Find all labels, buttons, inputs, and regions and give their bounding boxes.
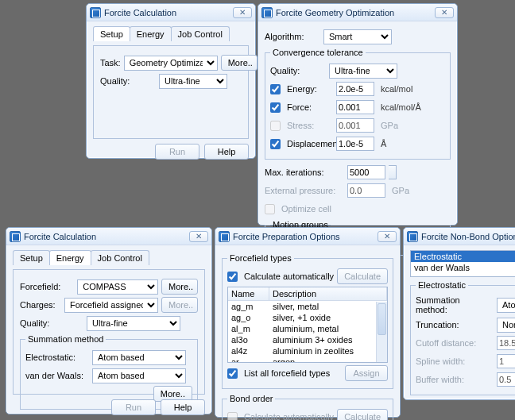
app-icon [219,231,230,242]
list-item-vdw[interactable]: van der Waals [411,262,515,273]
forcefield-label: Forcefield: [20,282,74,291]
app-icon [10,231,21,242]
titlebar[interactable]: Forcite Calculation ✕ [6,228,211,245]
truncation-select[interactable]: None [497,318,515,333]
task-more-button[interactable]: More.. [221,55,258,71]
summation-method-label: Summation method: [416,295,494,314]
displacement-checkbox[interactable] [270,139,281,149]
tabs: Setup Energy Job Control [13,250,205,265]
table-row[interactable]: arargon [228,356,387,363]
titlebar[interactable]: Forcite Geometry Optimization ✕ [258,4,457,21]
run-button[interactable]: Run [111,399,156,415]
help-button[interactable]: Help [204,144,249,160]
energy-input[interactable] [336,82,374,96]
cell-name: al_m [228,323,269,334]
tab-energy[interactable]: Energy [49,250,91,265]
stress-label: Stress: [287,121,333,130]
bo-calc-auto-checkbox [227,412,238,421]
displacement-input[interactable] [336,137,374,151]
forcefield-types-table[interactable]: Name Description ag_msilver, metalag_osi… [227,287,388,363]
forcite-geometry-optimization-dialog: Forcite Geometry Optimization ✕ Algorith… [258,3,458,225]
quality-select[interactable]: Ultra-fine [329,64,397,79]
force-checkbox[interactable] [270,102,281,113]
tab-energy[interactable]: Energy [130,26,172,41]
fft-calc-auto-checkbox[interactable] [227,272,238,282]
quality-select[interactable]: Ultra-fine [87,316,180,331]
vdw-select[interactable]: Atom based [92,368,186,383]
table-row[interactable]: al4zaluminium in zeolites [228,345,387,356]
list-all-checkbox[interactable] [227,368,238,379]
method-listbox[interactable]: Electrostatic van der Waals [410,250,515,277]
stress-unit: GPa [381,121,398,130]
table-row[interactable]: al3oaluminium 3+ oxides [228,334,387,345]
max-iterations-input[interactable] [347,165,385,179]
table-row[interactable]: ag_msilver, metal [228,301,387,312]
charges-more-button: More.. [161,297,198,313]
app-icon [90,7,101,18]
window-title: Forcite Non-Bond Options [421,232,515,241]
convergence-fieldset: Convergence tolerance Quality: Ultra-fin… [265,48,451,160]
force-input[interactable] [336,100,374,114]
electrostatic-select[interactable]: Atom based [92,350,186,365]
electrostatic-legend: Electrostatic [416,280,468,290]
scrollbar-thumb[interactable] [378,303,386,335]
list-item-electrostatic[interactable]: Electrostatic [411,251,515,262]
bond-order-fieldset: Bond order Calculate automatically Calcu… [222,394,393,420]
forcefield-types-fieldset: Forcefield types Calculate automatically… [222,253,393,389]
optimize-cell-checkbox [265,204,275,214]
stress-input [336,118,374,133]
titlebar[interactable]: Forcite Calculation ✕ [87,4,255,21]
displacement-unit: Å [381,139,386,148]
buffer-input [497,372,515,387]
titlebar[interactable]: Forcite Preparation Options ✕ [215,228,400,245]
close-icon[interactable]: ✕ [189,231,208,242]
tab-job-control[interactable]: Job Control [91,250,149,265]
forcite-calc-setup-dialog: Forcite Calculation ✕ Setup Energy Job C… [86,3,256,159]
summation-fieldset: Summation method Electrostatic: Atom bas… [20,334,198,410]
force-label: Force: [287,102,333,112]
energy-checkbox[interactable] [270,84,281,94]
calculate-button: Calculate [337,268,388,284]
column-name[interactable]: Name [228,287,269,300]
forcefield-select[interactable]: COMPASS [77,279,158,295]
forcefield-more-button[interactable]: More.. [161,279,198,295]
external-pressure-unit: GPa [392,186,409,195]
cell-desc: aluminium 3+ oxides [269,334,387,345]
column-description[interactable]: Description [269,287,387,300]
tab-job-control[interactable]: Job Control [171,26,230,41]
cell-desc: aluminium in zeolites [269,345,387,356]
close-icon[interactable]: ✕ [233,7,252,18]
tabs: Setup Energy Job Control [93,26,249,41]
spinner-icon[interactable] [389,165,397,179]
algorithm-select[interactable]: Smart [323,29,392,44]
quality-label: Quality: [20,318,83,328]
electrostatic-fieldset: Electrostatic Summation method: Atom bas… [410,280,515,395]
task-label: Task: [100,58,121,67]
close-icon[interactable]: ✕ [435,7,454,18]
summation-legend: Summation method [25,334,106,344]
scrollbar[interactable] [376,302,387,362]
truncation-label: Truncation: [416,320,494,329]
quality-label: Quality: [100,76,156,86]
forcite-calc-energy-dialog: Forcite Calculation ✕ Setup Energy Job C… [6,227,212,414]
max-iterations-label: Max. iterations: [265,168,344,177]
summation-method-select[interactable]: Atom based [497,298,515,313]
quality-select[interactable]: Ultra-fine [159,74,227,89]
close-icon[interactable]: ✕ [378,231,397,242]
help-button[interactable]: Help [161,399,205,415]
stress-checkbox [270,121,281,131]
task-select[interactable]: Geometry Optimization [124,56,218,71]
tab-setup[interactable]: Setup [93,26,130,41]
cell-desc: silver, metal [269,301,387,312]
external-pressure-label: External pressure: [265,186,344,195]
table-row[interactable]: ag_osilver, +1 oxide [228,312,387,323]
window-title: Forcite Calculation [104,8,233,17]
charges-select[interactable]: Forcefield assigned [64,298,158,313]
cutoff-label: Cutoff distance: [416,338,494,348]
titlebar[interactable]: Forcite Non-Bond Options ✕ [404,228,515,245]
app-icon [261,7,273,18]
run-button[interactable]: Run [155,144,199,160]
table-row[interactable]: al_maluminium, metal [228,323,387,334]
tab-setup[interactable]: Setup [13,250,50,265]
bo-calculate-button: Calculate [337,409,388,420]
